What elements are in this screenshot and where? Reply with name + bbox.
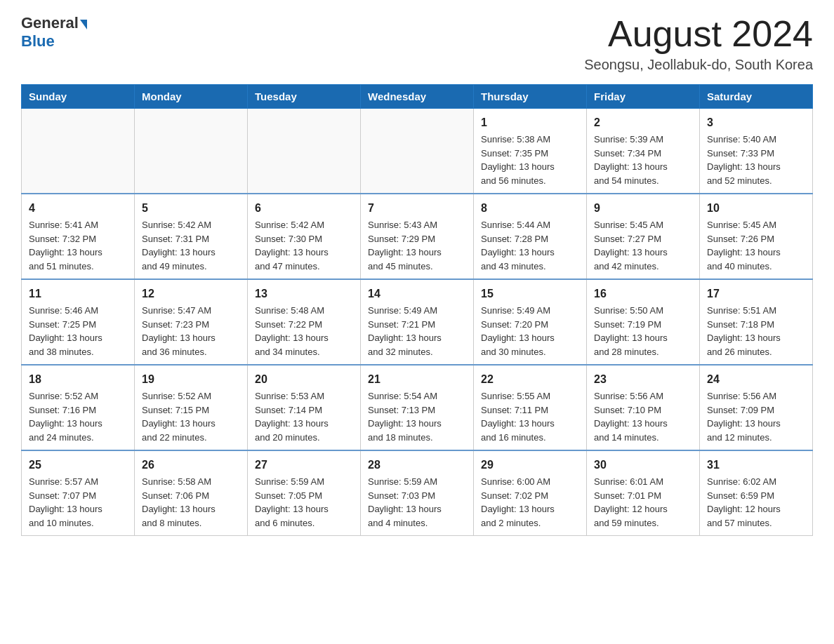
calendar-cell: 25Sunrise: 5:57 AMSunset: 7:07 PMDayligh… [22, 450, 135, 536]
day-info: Sunrise: 5:38 AMSunset: 7:35 PMDaylight:… [481, 133, 579, 187]
calendar-week-row: 4Sunrise: 5:41 AMSunset: 7:32 PMDaylight… [22, 194, 813, 279]
day-number: 5 [142, 200, 240, 217]
logo-text: General [21, 14, 87, 32]
day-number: 22 [481, 371, 579, 388]
calendar-cell: 5Sunrise: 5:42 AMSunset: 7:31 PMDaylight… [135, 194, 248, 279]
header-thursday: Thursday [474, 85, 587, 109]
day-number: 8 [481, 200, 579, 217]
calendar-cell: 16Sunrise: 5:50 AMSunset: 7:19 PMDayligh… [587, 279, 700, 365]
header-friday: Friday [587, 85, 700, 109]
calendar-cell: 23Sunrise: 5:56 AMSunset: 7:10 PMDayligh… [587, 365, 700, 450]
day-number: 28 [368, 457, 466, 474]
calendar-cell: 18Sunrise: 5:52 AMSunset: 7:16 PMDayligh… [22, 365, 135, 450]
calendar-cell: 2Sunrise: 5:39 AMSunset: 7:34 PMDaylight… [587, 109, 700, 194]
calendar-cell: 13Sunrise: 5:48 AMSunset: 7:22 PMDayligh… [248, 279, 361, 365]
day-number: 9 [594, 200, 692, 217]
day-info: Sunrise: 5:46 AMSunset: 7:25 PMDaylight:… [29, 304, 127, 358]
day-number: 2 [594, 114, 692, 131]
day-info: Sunrise: 5:41 AMSunset: 7:32 PMDaylight:… [29, 218, 127, 273]
day-info: Sunrise: 5:44 AMSunset: 7:28 PMDaylight:… [481, 218, 579, 273]
calendar-cell [22, 109, 135, 194]
day-info: Sunrise: 5:43 AMSunset: 7:29 PMDaylight:… [368, 218, 466, 273]
day-info: Sunrise: 5:49 AMSunset: 7:20 PMDaylight:… [481, 304, 579, 358]
day-number: 15 [481, 286, 579, 302]
day-number: 17 [707, 286, 805, 302]
day-number: 7 [368, 200, 466, 217]
header-monday: Monday [135, 85, 248, 109]
calendar-week-row: 11Sunrise: 5:46 AMSunset: 7:25 PMDayligh… [22, 279, 813, 365]
day-info: Sunrise: 5:39 AMSunset: 7:34 PMDaylight:… [594, 133, 692, 187]
calendar-cell: 17Sunrise: 5:51 AMSunset: 7:18 PMDayligh… [700, 279, 813, 365]
day-info: Sunrise: 6:01 AMSunset: 7:01 PMDaylight:… [594, 475, 692, 530]
calendar-cell: 10Sunrise: 5:45 AMSunset: 7:26 PMDayligh… [700, 194, 813, 279]
calendar-cell: 1Sunrise: 5:38 AMSunset: 7:35 PMDaylight… [474, 109, 587, 194]
day-info: Sunrise: 5:58 AMSunset: 7:06 PMDaylight:… [142, 475, 240, 530]
calendar-cell: 7Sunrise: 5:43 AMSunset: 7:29 PMDaylight… [361, 194, 474, 279]
day-info: Sunrise: 5:57 AMSunset: 7:07 PMDaylight:… [29, 475, 127, 530]
calendar-cell [361, 109, 474, 194]
weekday-header-row: Sunday Monday Tuesday Wednesday Thursday… [22, 85, 813, 109]
day-number: 19 [142, 371, 240, 388]
calendar-cell: 30Sunrise: 6:01 AMSunset: 7:01 PMDayligh… [587, 450, 700, 536]
calendar-week-row: 25Sunrise: 5:57 AMSunset: 7:07 PMDayligh… [22, 450, 813, 536]
day-number: 24 [707, 371, 805, 388]
day-info: Sunrise: 5:42 AMSunset: 7:30 PMDaylight:… [255, 218, 353, 273]
calendar-week-row: 18Sunrise: 5:52 AMSunset: 7:16 PMDayligh… [22, 365, 813, 450]
calendar-cell: 20Sunrise: 5:53 AMSunset: 7:14 PMDayligh… [248, 365, 361, 450]
day-number: 14 [368, 286, 466, 302]
day-number: 29 [481, 457, 579, 474]
header-tuesday: Tuesday [248, 85, 361, 109]
calendar-cell: 31Sunrise: 6:02 AMSunset: 6:59 PMDayligh… [700, 450, 813, 536]
calendar-cell: 15Sunrise: 5:49 AMSunset: 7:20 PMDayligh… [474, 279, 587, 365]
day-info: Sunrise: 5:53 AMSunset: 7:14 PMDaylight:… [255, 389, 353, 444]
logo-blue-text: Blue [21, 32, 55, 51]
day-number: 10 [707, 200, 805, 217]
day-info: Sunrise: 5:42 AMSunset: 7:31 PMDaylight:… [142, 218, 240, 273]
day-info: Sunrise: 5:48 AMSunset: 7:22 PMDaylight:… [255, 304, 353, 358]
day-info: Sunrise: 5:45 AMSunset: 7:26 PMDaylight:… [707, 218, 805, 273]
calendar-cell [135, 109, 248, 194]
calendar-cell: 28Sunrise: 5:59 AMSunset: 7:03 PMDayligh… [361, 450, 474, 536]
calendar-cell: 3Sunrise: 5:40 AMSunset: 7:33 PMDaylight… [700, 109, 813, 194]
location-text: Seongsu, Jeollabuk-do, South Korea [584, 57, 813, 73]
title-area: August 2024 Seongsu, Jeollabuk-do, South… [584, 14, 813, 73]
header-wednesday: Wednesday [361, 85, 474, 109]
day-number: 4 [29, 200, 127, 217]
day-info: Sunrise: 5:51 AMSunset: 7:18 PMDaylight:… [707, 304, 805, 358]
day-info: Sunrise: 5:45 AMSunset: 7:27 PMDaylight:… [594, 218, 692, 273]
calendar-cell: 19Sunrise: 5:52 AMSunset: 7:15 PMDayligh… [135, 365, 248, 450]
day-info: Sunrise: 5:54 AMSunset: 7:13 PMDaylight:… [368, 389, 466, 444]
day-info: Sunrise: 6:02 AMSunset: 6:59 PMDaylight:… [707, 475, 805, 530]
day-info: Sunrise: 5:52 AMSunset: 7:16 PMDaylight:… [29, 389, 127, 444]
day-number: 11 [29, 286, 127, 302]
day-number: 31 [707, 457, 805, 474]
day-number: 23 [594, 371, 692, 388]
day-number: 3 [707, 114, 805, 131]
day-info: Sunrise: 5:59 AMSunset: 7:03 PMDaylight:… [368, 475, 466, 530]
calendar-cell: 11Sunrise: 5:46 AMSunset: 7:25 PMDayligh… [22, 279, 135, 365]
day-number: 27 [255, 457, 353, 474]
calendar-table: Sunday Monday Tuesday Wednesday Thursday… [21, 84, 813, 536]
logo-triangle-icon [80, 20, 87, 29]
header-sunday: Sunday [22, 85, 135, 109]
day-info: Sunrise: 5:56 AMSunset: 7:10 PMDaylight:… [594, 389, 692, 444]
day-number: 20 [255, 371, 353, 388]
calendar-cell: 9Sunrise: 5:45 AMSunset: 7:27 PMDaylight… [587, 194, 700, 279]
calendar-cell: 22Sunrise: 5:55 AMSunset: 7:11 PMDayligh… [474, 365, 587, 450]
calendar-cell: 27Sunrise: 5:59 AMSunset: 7:05 PMDayligh… [248, 450, 361, 536]
day-number: 26 [142, 457, 240, 474]
day-number: 12 [142, 286, 240, 302]
calendar-week-row: 1Sunrise: 5:38 AMSunset: 7:35 PMDaylight… [22, 109, 813, 194]
day-number: 21 [368, 371, 466, 388]
day-info: Sunrise: 5:50 AMSunset: 7:19 PMDaylight:… [594, 304, 692, 358]
calendar-cell: 12Sunrise: 5:47 AMSunset: 7:23 PMDayligh… [135, 279, 248, 365]
day-number: 6 [255, 200, 353, 217]
calendar-cell: 6Sunrise: 5:42 AMSunset: 7:30 PMDaylight… [248, 194, 361, 279]
day-info: Sunrise: 5:52 AMSunset: 7:15 PMDaylight:… [142, 389, 240, 444]
day-info: Sunrise: 6:00 AMSunset: 7:02 PMDaylight:… [481, 475, 579, 530]
calendar-cell: 26Sunrise: 5:58 AMSunset: 7:06 PMDayligh… [135, 450, 248, 536]
page-header: General Blue August 2024 Seongsu, Jeolla… [21, 14, 813, 73]
header-saturday: Saturday [700, 85, 813, 109]
day-info: Sunrise: 5:40 AMSunset: 7:33 PMDaylight:… [707, 133, 805, 187]
day-info: Sunrise: 5:59 AMSunset: 7:05 PMDaylight:… [255, 475, 353, 530]
